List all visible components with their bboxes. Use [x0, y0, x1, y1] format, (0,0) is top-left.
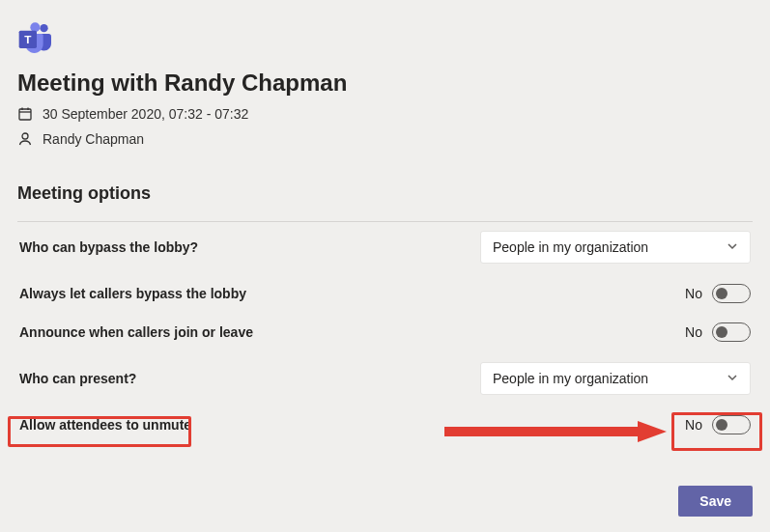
person-icon	[17, 131, 33, 147]
callers-bypass-state: No	[685, 286, 702, 301]
meeting-organizer: Randy Chapman	[43, 131, 144, 147]
unmute-toggle[interactable]	[712, 415, 751, 434]
meeting-title: Meeting with Randy Chapman	[17, 70, 753, 97]
meeting-organizer-row: Randy Chapman	[17, 131, 753, 147]
chevron-down-icon	[727, 371, 738, 386]
svg-point-0	[40, 24, 47, 32]
chevron-down-icon	[727, 239, 738, 255]
presenters-selected: People in my organization	[493, 371, 648, 386]
svg-text:T: T	[24, 33, 31, 45]
section-heading: Meeting options	[17, 183, 753, 204]
meeting-datetime: 30 September 2020, 07:32 - 07:32	[43, 106, 248, 122]
option-unmute: Allow attendees to unmute No	[17, 406, 753, 444]
option-bypass-lobby-label: Who can bypass the lobby?	[19, 239, 198, 255]
option-announce-label: Announce when callers join or leave	[19, 324, 253, 340]
bypass-lobby-selected: People in my organization	[493, 239, 648, 255]
bypass-lobby-select[interactable]: People in my organization	[480, 231, 751, 264]
callers-bypass-toggle[interactable]	[712, 284, 751, 303]
option-announce: Announce when callers join or leave No	[17, 313, 753, 351]
presenters-select[interactable]: People in my organization	[480, 362, 751, 395]
svg-point-8	[22, 133, 28, 139]
option-bypass-lobby: Who can bypass the lobby? People in my o…	[17, 228, 753, 266]
teams-logo: T	[17, 15, 64, 62]
meeting-datetime-row: 30 September 2020, 07:32 - 07:32	[17, 106, 753, 122]
calendar-icon	[17, 106, 33, 122]
announce-state: No	[685, 324, 702, 340]
divider	[17, 221, 753, 222]
announce-toggle[interactable]	[712, 322, 751, 342]
option-callers-bypass: Always let callers bypass the lobby No	[17, 274, 753, 313]
svg-rect-4	[19, 109, 31, 120]
option-presenters-label: Who can present?	[19, 371, 136, 386]
option-unmute-label: Allow attendees to unmute	[19, 417, 191, 433]
option-presenters: Who can present? People in my organizati…	[17, 359, 753, 398]
option-callers-bypass-label: Always let callers bypass the lobby	[19, 286, 246, 301]
unmute-state: No	[685, 417, 702, 433]
save-button[interactable]: Save	[678, 486, 753, 517]
